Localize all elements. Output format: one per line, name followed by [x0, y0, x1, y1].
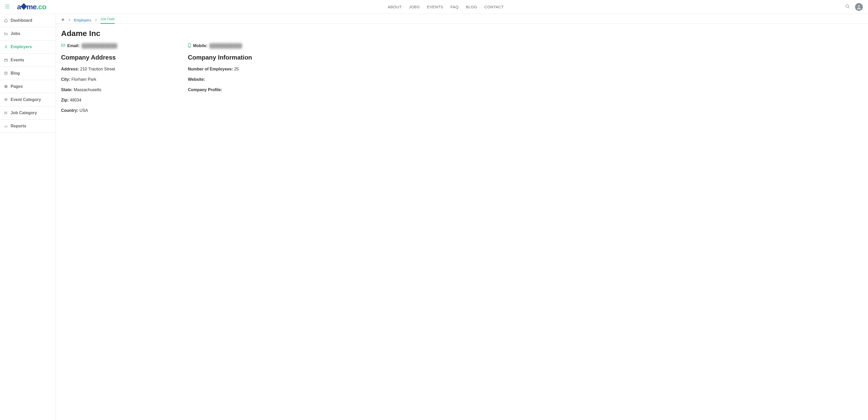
- home-icon: [4, 19, 8, 22]
- top-nav: ABOUT JOBS EVENTS FAQ BLOG CONTACT: [388, 5, 504, 9]
- globe-icon: [4, 85, 8, 88]
- list-icon: [4, 111, 8, 115]
- field-profile: Company Profile:: [188, 88, 304, 92]
- breadcrumb-current: Joe Dale: [100, 17, 115, 24]
- nav-events[interactable]: EVENTS: [427, 5, 443, 9]
- hamburger-icon[interactable]: [5, 4, 9, 9]
- home-icon[interactable]: [61, 18, 65, 22]
- sidebar-item-blog[interactable]: Blog: [0, 67, 56, 80]
- sidebar-item-event-category[interactable]: Event Category: [0, 93, 56, 107]
- svg-point-16: [5, 113, 5, 113]
- logo-text: me: [27, 3, 36, 11]
- sidebar-item-label: Pages: [10, 84, 23, 89]
- header-right: [845, 3, 863, 11]
- sidebar-item-pages[interactable]: Pages: [0, 80, 56, 93]
- nav-about[interactable]: ABOUT: [388, 5, 402, 9]
- sidebar-item-label: Events: [10, 58, 24, 62]
- sidebar-item-employers[interactable]: Employers: [0, 40, 56, 54]
- svg-point-2: [858, 5, 860, 7]
- svg-point-0: [846, 5, 848, 7]
- sidebar-item-label: Reports: [10, 124, 26, 128]
- field-zip: Zip: 48034: [61, 98, 178, 102]
- breadcrumb: Employers Joe Dale: [56, 14, 868, 24]
- sidebar-item-label: Event Category: [10, 97, 41, 102]
- nav-faq[interactable]: FAQ: [450, 5, 459, 9]
- nav-contact[interactable]: CONTACT: [485, 5, 504, 9]
- svg-line-1: [848, 7, 849, 8]
- field-employees: Number of Employees: 25: [188, 67, 304, 71]
- chevron-right-icon: [95, 18, 97, 22]
- user-icon: [4, 45, 8, 49]
- email-row: Email: ████████████: [61, 43, 178, 49]
- email-icon: [61, 43, 65, 48]
- sidebar-item-label: Employers: [10, 44, 32, 49]
- breadcrumb-employers[interactable]: Employers: [74, 18, 91, 22]
- sidebar-item-jobs[interactable]: Jobs: [0, 27, 56, 40]
- email-label: Email:: [67, 43, 80, 48]
- sidebar-item-job-category[interactable]: Job Category: [0, 107, 56, 120]
- field-state: State: Massachusetts: [61, 88, 178, 92]
- avatar[interactable]: [855, 3, 863, 11]
- sidebar-item-label: Jobs: [10, 31, 20, 36]
- svg-point-23: [189, 47, 190, 47]
- sidebar-item-dashboard[interactable]: Dashboard: [0, 14, 56, 27]
- email-value: ████████████: [82, 43, 117, 48]
- mobile-value: ███████████: [210, 43, 242, 48]
- field-city: City: Florham Park: [61, 77, 178, 82]
- diamond-icon: [21, 3, 27, 9]
- calendar-icon: [4, 58, 8, 62]
- sidebar: Dashboard Jobs Employers Events Blog Pag…: [0, 14, 56, 420]
- field-country: Country: USA: [61, 108, 178, 113]
- chevron-right-icon: [68, 18, 70, 22]
- header: a me .co ABOUT JOBS EVENTS FAQ BLOG CONT…: [0, 0, 868, 14]
- field-website: Website:: [188, 77, 304, 82]
- section-title: Company Address: [61, 54, 178, 61]
- address-section: Company Address Address: 210 Traction St…: [61, 54, 178, 119]
- sidebar-item-label: Dashboard: [10, 18, 32, 23]
- field-address: Address: 210 Traction Street: [61, 67, 178, 71]
- svg-point-17: [5, 114, 5, 114]
- sidebar-item-events[interactable]: Events: [0, 54, 56, 67]
- sidebar-item-reports[interactable]: Reports: [0, 120, 56, 133]
- logo[interactable]: a me .co: [17, 3, 46, 11]
- logo-text: a: [17, 3, 21, 11]
- svg-rect-4: [5, 59, 7, 61]
- chart-icon: [4, 124, 8, 128]
- layers-icon: [4, 98, 8, 101]
- page-title: Adame Inc: [61, 29, 863, 38]
- search-icon[interactable]: [845, 4, 850, 10]
- content: Employers Joe Dale Adame Inc Email: ████…: [56, 14, 868, 420]
- sidebar-item-label: Job Category: [10, 111, 37, 115]
- svg-point-3: [5, 46, 7, 47]
- mobile-icon: [188, 43, 191, 49]
- mobile-label: Mobile:: [193, 43, 208, 48]
- folder-icon: [4, 32, 8, 35]
- svg-rect-21: [61, 44, 65, 47]
- section-title: Company Information: [188, 54, 304, 61]
- nav-jobs[interactable]: JOBS: [409, 5, 420, 9]
- svg-point-15: [5, 112, 5, 112]
- logo-text: .co: [36, 3, 46, 11]
- nav-blog[interactable]: BLOG: [466, 5, 477, 9]
- sidebar-item-label: Blog: [10, 71, 20, 76]
- book-icon: [4, 71, 8, 75]
- info-section: Company Information Number of Employees:…: [188, 54, 304, 119]
- mobile-row: Mobile: ███████████: [188, 43, 304, 49]
